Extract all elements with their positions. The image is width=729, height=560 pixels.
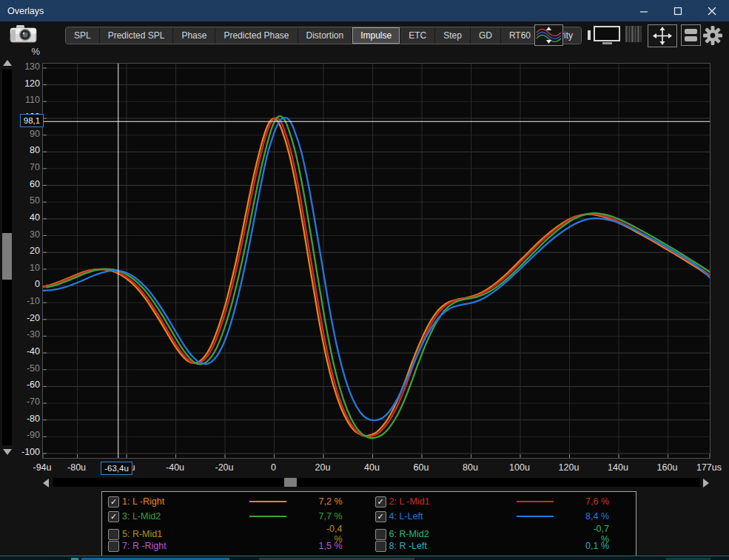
toolbar: SPLPredicted SPLPhasePredicted PhaseDist… — [0, 21, 729, 50]
legend-label: 4: L-Left — [389, 511, 514, 522]
legend-row[interactable]: 5: R-Mid1-0,4 % — [102, 524, 369, 539]
x-tick-label: 140u — [608, 462, 628, 473]
x-tick-label: -80u — [67, 462, 86, 473]
legend-label: 1: L -Right — [122, 496, 246, 507]
camera-icon[interactable] — [10, 24, 38, 47]
legend-label: 2: L -Mid1 — [389, 496, 514, 507]
curve-1-l--right — [43, 118, 708, 436]
legend-column-left: ✓1: L -Right7,2 %✓3: L-Mid27,7 %5: R-Mid… — [102, 492, 369, 556]
y-tick-label: 0 — [0, 279, 40, 289]
y-tick-label: 40 — [0, 212, 40, 223]
legend-value: 7,6 % — [585, 496, 636, 507]
window-controls — [627, 0, 729, 21]
legend-value: 0,1 % — [585, 541, 636, 551]
view-tabs: SPLPredicted SPLPhasePredicted PhaseDist… — [65, 27, 582, 44]
y-tick-label: -30 — [0, 329, 40, 340]
legend-column-right: ✓2: L -Mid17,6 %✓4: L-Left8,4 %6: R-Mid2… — [369, 492, 636, 556]
y-tick-label: -90 — [0, 430, 40, 440]
scroll-left-arrow[interactable] — [43, 479, 49, 488]
legend-value: 1,5 % — [318, 541, 369, 551]
checkbox-checked[interactable]: ✓ — [375, 511, 386, 522]
tab-phase[interactable]: Phase — [173, 27, 215, 44]
legend-row[interactable]: ✓4: L-Left8,4 % — [369, 509, 636, 524]
tab-step[interactable]: Step — [435, 27, 471, 44]
overlay-legend: ✓1: L -Right7,2 %✓3: L-Mid27,7 %5: R-Mid… — [101, 491, 636, 556]
impulse-plot-area[interactable] — [42, 63, 710, 459]
tab-impulse[interactable]: Impulse — [352, 27, 400, 44]
y-tick-label: 10 — [0, 263, 40, 273]
legend-line-sample — [249, 501, 286, 502]
horizontal-scrollbar-thumb[interactable] — [284, 478, 297, 487]
legend-row[interactable]: 6: R-Mid2-0,7 % — [369, 524, 636, 539]
legend-label: 6: R-Mid2 — [389, 529, 514, 539]
curve-3-l-mid2 — [47, 116, 710, 438]
tab-gd[interactable]: GD — [471, 27, 501, 44]
x-tick-label: 100u — [509, 462, 530, 473]
y-tick-label: -100 — [0, 447, 40, 457]
y-cursor-readout[interactable]: 98,1 — [20, 114, 44, 127]
legend-line-sample — [517, 533, 554, 535]
x-tick-label: 120u — [559, 462, 579, 473]
scroll-right-arrow[interactable] — [703, 479, 709, 488]
y-tick-label: 50 — [0, 195, 40, 206]
checkbox-unchecked[interactable] — [108, 541, 119, 552]
y-tick-label: 110 — [0, 95, 40, 105]
tab-etc[interactable]: ETC — [400, 27, 435, 44]
minimize-button[interactable] — [627, 0, 661, 21]
titlebar[interactable]: Overlays — [0, 0, 729, 21]
monitor-icon[interactable] — [586, 24, 623, 45]
legend-row[interactable]: 8: R -Left0,1 % — [369, 539, 636, 553]
checkbox-checked[interactable]: ✓ — [108, 511, 119, 522]
legend-value: 7,2 % — [318, 496, 369, 507]
x-tick-label: 20u — [315, 462, 331, 473]
y-tick-label: 120 — [0, 78, 40, 89]
x-tick-label: 60u — [414, 462, 429, 473]
curve-2-l--mid1 — [43, 118, 710, 436]
tab-predicted-spl[interactable]: Predicted SPL — [100, 27, 174, 44]
checkbox-unchecked[interactable] — [375, 541, 386, 552]
x-cursor-readout[interactable]: -63,4u — [101, 462, 132, 475]
legend-row[interactable]: ✓2: L -Mid17,6 % — [369, 494, 636, 509]
layers-icon[interactable] — [681, 24, 701, 46]
pan-arrows-icon[interactable] — [648, 24, 677, 47]
tab-predicted-phase[interactable]: Predicted Phase — [215, 27, 298, 44]
y-tick-label: -20 — [0, 313, 40, 323]
x-tick-label: 80u — [463, 462, 478, 473]
legend-label: 8: R -Left — [389, 541, 514, 551]
legend-line-sample — [517, 501, 554, 502]
y-tick-label: -10 — [0, 296, 40, 306]
overlays-window: Overlays SPLPredict — [0, 0, 729, 560]
legend-value: 7,7 % — [318, 511, 369, 522]
tab-distortion[interactable]: Distortion — [298, 27, 353, 44]
y-tick-label: 60 — [0, 179, 40, 189]
y-tick-label: 130 — [0, 61, 40, 72]
y-tick-label: 20 — [0, 246, 40, 256]
gear-icon[interactable] — [702, 24, 724, 47]
tab-spl[interactable]: SPL — [66, 27, 100, 44]
legend-row[interactable]: ✓3: L-Mid27,7 % — [102, 509, 369, 524]
legend-row[interactable]: ✓1: L -Right7,2 % — [102, 494, 369, 509]
y-tick-label: 70 — [0, 162, 40, 172]
maximize-button[interactable] — [661, 0, 695, 21]
legend-line-sample — [517, 545, 554, 547]
horizontal-scrollbar[interactable] — [53, 478, 700, 487]
background-window-strip — [0, 556, 729, 560]
legend-line-sample — [249, 533, 286, 535]
y-tick-label: -40 — [0, 346, 40, 357]
overlay-curves-icon[interactable] — [534, 24, 563, 46]
x-tick-label: -94u — [33, 462, 51, 473]
checkbox-checked[interactable]: ✓ — [375, 496, 386, 507]
frequency-bars-icon[interactable] — [625, 24, 642, 44]
legend-label: 7: R -Right — [122, 541, 246, 551]
legend-label: 5: R-Mid1 — [122, 529, 246, 539]
x-tick-label: 0 — [271, 462, 276, 473]
checkbox-checked[interactable]: ✓ — [108, 496, 119, 507]
close-button[interactable] — [695, 0, 729, 21]
legend-line-sample — [249, 545, 286, 547]
y-tick-label: 80 — [0, 145, 40, 155]
x-tick-label: 160u — [657, 462, 678, 473]
x-tick-label: 40u — [364, 462, 380, 473]
y-axis-unit: % — [19, 46, 40, 57]
y-tick-label: -70 — [0, 397, 40, 407]
legend-row[interactable]: 7: R -Right1,5 % — [102, 539, 369, 553]
